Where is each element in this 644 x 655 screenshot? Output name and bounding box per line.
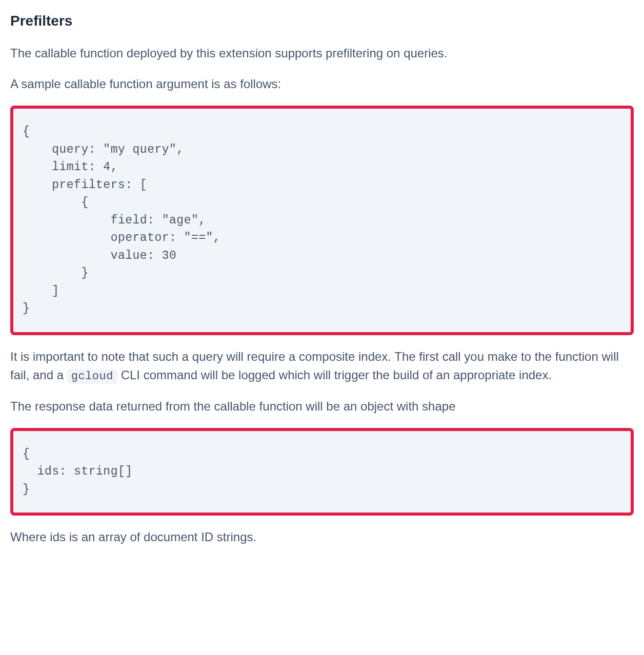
section-heading: Prefilters [10, 10, 634, 32]
gcloud-inline-code: gcloud [67, 369, 117, 384]
response-shape-code: { ids: string[] } [10, 428, 634, 516]
composite-index-paragraph: It is important to note that such a quer… [10, 347, 634, 385]
ids-explanation-paragraph: Where ids is an array of document ID str… [10, 528, 634, 546]
sample-argument-code: { query: "my query", limit: 4, prefilter… [10, 106, 634, 335]
intro-paragraph: The callable function deployed by this e… [10, 44, 634, 63]
sample-intro-paragraph: A sample callable function argument is a… [10, 75, 634, 93]
text-segment: CLI command will be logged which will tr… [117, 368, 552, 382]
response-intro-paragraph: The response data returned from the call… [10, 397, 634, 416]
